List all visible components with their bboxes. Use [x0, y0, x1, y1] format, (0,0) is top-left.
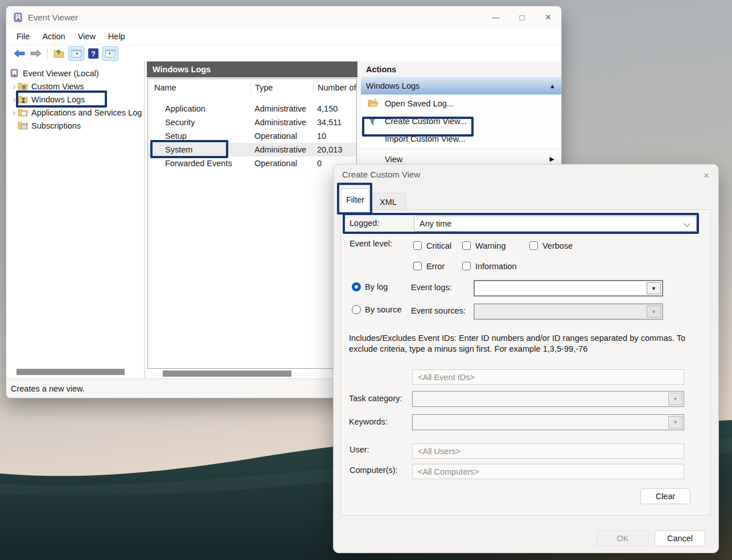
- maximize-button[interactable]: □: [509, 6, 535, 28]
- tree-item-event-viewer-local[interactable]: Event Viewer (Local): [9, 67, 99, 80]
- column-header-name[interactable]: Name: [148, 83, 250, 92]
- event-viewer-app-icon: [13, 13, 23, 22]
- radio-by-source-label[interactable]: By source: [365, 305, 401, 314]
- event-logs-dropdown-button[interactable]: ▼: [647, 282, 661, 294]
- actions-header: Actions: [361, 61, 561, 77]
- submenu-arrow-icon: ▶: [550, 155, 554, 163]
- event-logs-label: Event logs:: [411, 283, 452, 292]
- radio-by-log[interactable]: [352, 282, 361, 291]
- help-button[interactable]: ?: [86, 47, 101, 60]
- close-button[interactable]: ×: [535, 6, 561, 28]
- logged-dropdown-chevron-icon: [684, 220, 690, 227]
- minimize-button[interactable]: —: [483, 6, 509, 28]
- checkbox-information[interactable]: [462, 262, 471, 270]
- action-label: Open Saved Log...: [385, 99, 454, 108]
- tree-item-applications-services[interactable]: › Applications and Services Log: [11, 106, 142, 119]
- user-field[interactable]: <All Users>: [412, 443, 684, 459]
- action-create-custom-view[interactable]: Create Custom View...: [361, 112, 561, 130]
- help-icon: ?: [88, 48, 98, 59]
- menu-view[interactable]: View: [72, 32, 102, 41]
- event-ids-help-text: Includes/Excludes Event IDs: Enter ID nu…: [349, 333, 688, 355]
- close-icon: ×: [545, 11, 552, 23]
- toggle-console-tree-button[interactable]: [68, 46, 84, 61]
- menu-file[interactable]: File: [17, 32, 36, 41]
- checkbox-error[interactable]: [413, 262, 422, 270]
- windows-logs-folder-icon: [18, 95, 28, 104]
- maximize-icon: □: [519, 13, 524, 22]
- column-header-number[interactable]: Number of: [313, 81, 356, 94]
- cell-name: System: [148, 145, 250, 154]
- cell-type: Administrative: [250, 104, 313, 113]
- user-value: <All Users>: [418, 447, 460, 456]
- tab-xml[interactable]: XML: [371, 193, 406, 210]
- ok-button-label: OK: [617, 534, 629, 543]
- logs-table-header: Name Type Number of: [148, 79, 356, 96]
- collapse-arrow-icon[interactable]: ▲: [549, 83, 556, 89]
- desktop: Event Viewer — □ × File Action View Help: [0, 0, 732, 560]
- chevron-right-icon[interactable]: ›: [11, 81, 18, 91]
- table-row-system[interactable]: System Administrative 20,013: [148, 143, 356, 157]
- table-row-forwarded-events[interactable]: Forwarded Events Operational 0: [148, 157, 356, 170]
- ok-button[interactable]: OK: [597, 530, 649, 546]
- event-viewer-node-icon: [9, 69, 19, 77]
- cell-type: Administrative: [250, 118, 313, 127]
- event-ids-field[interactable]: <All Event IDs>: [412, 369, 684, 385]
- checkbox-critical[interactable]: [413, 241, 422, 250]
- checkbox-warning-label[interactable]: Warning: [475, 241, 505, 250]
- tree-item-custom-views[interactable]: › Custom Views: [11, 80, 84, 93]
- console-tree-icon: [71, 50, 81, 57]
- menu-help[interactable]: Help: [102, 32, 131, 41]
- back-arrow-icon: [14, 50, 25, 57]
- custom-views-folder-icon: [18, 82, 28, 90]
- forward-button[interactable]: [28, 47, 43, 60]
- actions-group-windows-logs[interactable]: Windows Logs ▲: [361, 77, 561, 94]
- back-button[interactable]: [12, 47, 27, 60]
- dialog-close-button[interactable]: ×: [704, 170, 709, 182]
- task-category-label: Task category:: [349, 394, 402, 403]
- help-glyph: ?: [91, 50, 96, 58]
- tree-item-label: Applications and Services Log: [31, 108, 142, 117]
- column-header-type[interactable]: Type: [250, 81, 313, 94]
- event-level-label: Event level:: [349, 239, 392, 248]
- checkbox-critical-label[interactable]: Critical: [426, 241, 451, 250]
- chevron-right-icon[interactable]: ›: [11, 108, 18, 117]
- forward-arrow-icon: [30, 50, 42, 57]
- tree-horizontal-scrollbar[interactable]: [17, 369, 125, 375]
- table-row-application[interactable]: Application Administrative 4,150: [148, 102, 356, 116]
- user-label: User:: [349, 445, 369, 454]
- cancel-button[interactable]: Cancel: [655, 530, 705, 546]
- action-import-custom-view[interactable]: Import Custom View...: [361, 130, 561, 147]
- checkbox-information-label[interactable]: Information: [475, 262, 517, 271]
- tab-filter[interactable]: Filter: [341, 188, 369, 210]
- logged-dropdown[interactable]: Any time: [414, 216, 697, 232]
- checkbox-verbose[interactable]: [529, 241, 538, 250]
- radio-by-source[interactable]: [352, 305, 361, 314]
- actions-group-label: Windows Logs: [366, 81, 420, 90]
- menu-action[interactable]: Action: [36, 32, 71, 41]
- computers-field[interactable]: <All Computers>: [412, 464, 684, 479]
- tree-item-subscriptions[interactable]: Subscriptions: [18, 119, 81, 132]
- chevron-right-icon[interactable]: ›: [11, 94, 18, 104]
- toggle-action-pane-button[interactable]: [102, 46, 118, 61]
- action-label: View: [385, 155, 402, 164]
- logged-label: Logged:: [349, 219, 379, 228]
- tree-item-windows-logs[interactable]: › Windows Logs: [11, 93, 85, 106]
- cell-type: Operational: [250, 131, 313, 141]
- keywords-label: Keywords:: [349, 417, 388, 426]
- checkbox-error-label[interactable]: Error: [426, 262, 445, 271]
- cell-count: 4,150: [313, 104, 356, 113]
- apps-services-folder-icon: [18, 108, 28, 117]
- event-logs-dropdown[interactable]: ▼: [474, 280, 663, 297]
- export-log-button[interactable]: [52, 47, 67, 60]
- cell-name: Security: [148, 118, 250, 127]
- action-open-saved-log[interactable]: Open Saved Log...: [361, 94, 561, 112]
- clear-button[interactable]: Clear: [640, 488, 690, 504]
- center-horizontal-scrollbar[interactable]: [163, 370, 291, 377]
- tab-label: XML: [380, 197, 397, 207]
- checkbox-warning[interactable]: [462, 241, 471, 250]
- radio-by-log-label[interactable]: By log: [365, 282, 388, 291]
- table-row-security[interactable]: Security Administrative 34,511: [148, 116, 356, 129]
- logs-table: Name Type Number of Application Administ…: [147, 79, 357, 369]
- checkbox-verbose-label[interactable]: Verbose: [542, 241, 573, 250]
- table-row-setup[interactable]: Setup Operational 10: [148, 129, 356, 143]
